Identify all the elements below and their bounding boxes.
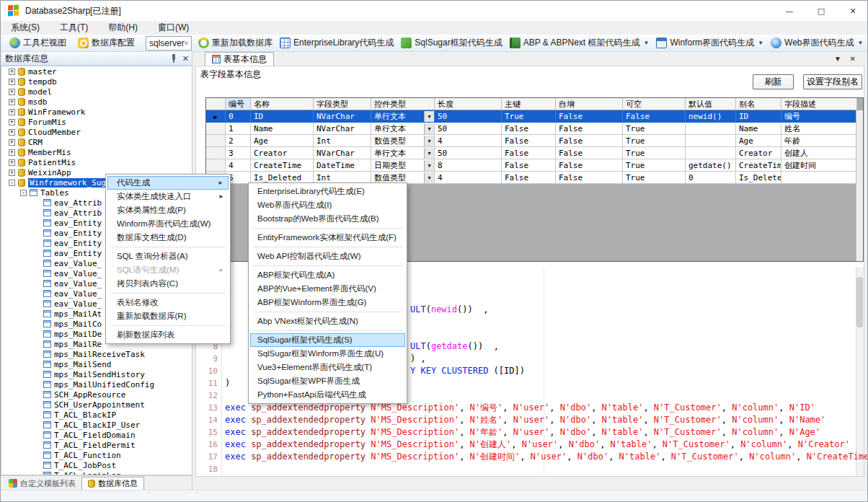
menu-item-14[interactable]: SqlSugar框架代码生成(S) <box>250 333 405 347</box>
collapse-icon[interactable]: - <box>20 190 27 196</box>
grid-cell[interactable]: 创建时间 <box>781 159 857 172</box>
maximize-button[interactable]: □ <box>805 1 837 21</box>
grid-header-3[interactable]: 控件类型 <box>371 98 435 110</box>
database-type-select[interactable]: sqlserver ˅ <box>146 36 192 50</box>
grid-cell[interactable]: False <box>502 159 556 172</box>
row-header-cell[interactable] <box>206 135 226 147</box>
grid-header-5[interactable]: 主键 <box>502 98 556 110</box>
tree-item-table-21[interactable]: T_ACL_BlackIP <box>1 410 192 420</box>
grid-cell[interactable]: True <box>623 135 686 147</box>
toolbar-reload-button[interactable]: 重新加载数据库 <box>195 35 276 50</box>
grid-cell[interactable]: False <box>556 159 623 172</box>
grid-cell[interactable]: 编号 <box>781 110 857 123</box>
grid-header-7[interactable]: 可空 <box>623 98 686 110</box>
grid-cell[interactable]: False <box>623 110 686 123</box>
tree-item-table-22[interactable]: T_ACL_BlackIP_User <box>1 420 192 430</box>
menu-item-0[interactable]: 代码生成► <box>107 176 229 190</box>
tree-item-msdb[interactable]: +msdb <box>1 97 192 107</box>
grid-cell[interactable]: 姓名 <box>781 123 857 135</box>
grid-header-4[interactable]: 长度 <box>435 98 502 110</box>
menu-item-2[interactable]: Bootstrap的Web界面代码生成(B) <box>250 212 405 226</box>
tree-item-table-23[interactable]: T_ACL_FieldDomain <box>1 430 192 440</box>
grid-cell[interactable]: 1 <box>226 123 251 135</box>
grid-cell[interactable]: True <box>623 123 686 135</box>
pin-icon[interactable] <box>169 53 178 63</box>
menu-item-12[interactable]: Abp VNext框架代码生成(N) <box>250 314 405 328</box>
set-field-alias-button[interactable]: 设置字段别名 <box>803 74 862 89</box>
expand-icon[interactable]: + <box>9 99 15 105</box>
grid-cell[interactable]: NVarChar <box>314 147 371 159</box>
tree-item-CloudMember[interactable]: +CloudMember <box>1 127 192 137</box>
table-row[interactable]: 1NameNVarChar单行文本▼50FalseFalseTrueName姓名 <box>206 123 863 135</box>
grid-cell[interactable]: Name <box>736 123 781 135</box>
combo-dropdown-icon[interactable]: ▼ <box>424 160 434 171</box>
grid-header-8[interactable]: 默认值 <box>686 98 736 110</box>
menubar-item-0[interactable]: 系统(S) <box>1 20 50 35</box>
grid-cell[interactable]: True <box>623 159 686 172</box>
toolbar-view-button[interactable]: 工具栏视图 <box>6 35 70 50</box>
menu-item-8[interactable]: 拷贝列表内容(C) <box>107 277 229 291</box>
grid-cell[interactable]: 单行文本▼ <box>371 147 435 159</box>
expand-icon[interactable]: + <box>9 139 15 146</box>
menu-item-10[interactable]: ABP框架Winform界面生成(G) <box>250 296 405 309</box>
grid-header-0[interactable]: 编号 <box>226 98 251 110</box>
tree-item-table-26[interactable]: T_ACL_JobPost <box>1 460 192 470</box>
toolbar-enterpriselibrary-button[interactable]: EnterpriseLibrary代码生成 <box>276 35 397 50</box>
tab-close-icon[interactable]: ✕ <box>850 55 856 63</box>
tree-item-table-27[interactable]: T_ACL_LoginLog <box>1 470 192 475</box>
expand-icon[interactable]: + <box>9 69 15 75</box>
scrollbar-thumb[interactable] <box>856 277 863 327</box>
grid-cell[interactable]: False <box>502 135 556 147</box>
menu-item-11[interactable]: 重新加载数据库(R) <box>107 309 229 323</box>
grid-cell[interactable]: ID <box>251 110 314 123</box>
tab-list-dropdown-icon[interactable]: ▼ <box>834 55 841 63</box>
tree-item-table-19[interactable]: SCH_AppResource <box>1 389 192 400</box>
refresh-button[interactable]: 刷新 <box>753 74 794 89</box>
menu-item-1[interactable]: Web界面代码生成(I) <box>250 198 405 212</box>
combo-dropdown-icon[interactable]: ▼ <box>424 172 434 183</box>
grid-cell[interactable]: 50 <box>435 110 502 123</box>
tree-item-WinFramework[interactable]: +WinFramework <box>1 107 192 117</box>
grid-cell[interactable]: False <box>556 147 623 159</box>
grid-cell[interactable] <box>781 172 857 184</box>
grid-cell[interactable]: False <box>502 123 556 135</box>
menu-item-4[interactable]: EntityFramework实体框架代码生成(F) <box>250 231 405 245</box>
row-header-cell[interactable] <box>206 147 226 159</box>
tree-item-table-20[interactable]: SCH_UserAppointment <box>1 400 192 410</box>
menu-item-10[interactable]: 表别名修改 <box>107 296 229 309</box>
toolbar-abp-button[interactable]: ABP & ABPNext 框架代码生成 ▼ <box>506 35 653 50</box>
table-row[interactable]: 2AgeInt数值类型▼4FalseFalseTrueAge年龄 <box>206 135 863 147</box>
grid-cell[interactable]: 2 <box>226 135 251 147</box>
grid-cell[interactable]: ID <box>736 110 781 123</box>
grid-cell[interactable]: 50 <box>435 147 502 159</box>
left-tab-1[interactable]: 数据库信息 <box>81 477 144 490</box>
grid-cell[interactable] <box>686 135 736 147</box>
menu-item-2[interactable]: 实体类属性生成(P) <box>107 203 229 217</box>
tab-table-basic-info[interactable]: 表基本信息 <box>205 52 274 66</box>
tree-item-CRM[interactable]: +CRM <box>1 137 192 147</box>
expand-icon[interactable]: + <box>9 129 15 136</box>
grid-cell[interactable]: NVarChar <box>314 110 371 123</box>
grid-cell[interactable]: False <box>502 172 556 184</box>
grid-cell[interactable]: Creator <box>736 147 781 159</box>
grid-cell[interactable]: Name <box>251 123 314 135</box>
tree-item-ForumMis[interactable]: +ForumMis <box>1 117 192 127</box>
expand-icon[interactable]: + <box>9 169 15 176</box>
expand-icon[interactable]: + <box>9 89 15 95</box>
grid-header-10[interactable]: 字段描述 <box>781 98 857 110</box>
grid-cell[interactable]: False <box>502 147 556 159</box>
menu-item-17[interactable]: SqlSugar框架WPF界面生成 <box>250 374 405 388</box>
left-tab-0[interactable]: 自定义模板列表 <box>3 477 81 490</box>
grid-cell[interactable]: 创建人 <box>781 147 857 159</box>
grid-cell[interactable]: 4 <box>435 135 502 147</box>
table-row[interactable]: ▶0IDNVarChar单行文本▼50TrueFalseFalsenewid()… <box>206 110 863 123</box>
tree-item-table-15[interactable]: mps_MailReceiveTask <box>1 349 192 359</box>
grid-cell[interactable]: CreateTime <box>736 159 781 172</box>
grid-cell[interactable]: Age <box>736 135 781 147</box>
menu-item-3[interactable]: Winform界面代码生成(W) <box>107 217 229 231</box>
grid-scrollbar[interactable] <box>856 110 863 261</box>
grid-cell[interactable]: False <box>556 123 623 135</box>
combo-dropdown-icon[interactable]: ▼ <box>424 123 434 134</box>
grid-cell[interactable]: False <box>556 110 623 123</box>
grid-header-6[interactable]: 自增 <box>556 98 623 110</box>
